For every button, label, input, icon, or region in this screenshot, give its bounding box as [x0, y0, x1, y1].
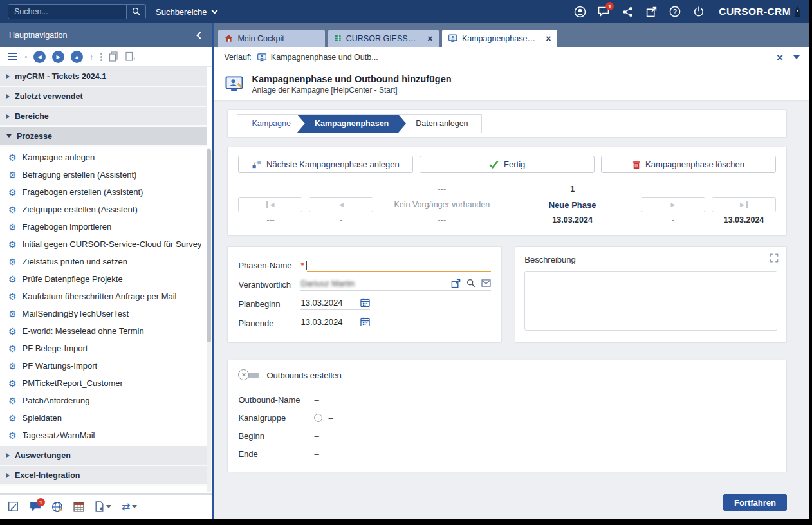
- scrollbar-thumb[interactable]: [207, 149, 211, 342]
- nav-back-button[interactable]: ◀: [33, 51, 46, 63]
- wizard-step-daten-anlegen[interactable]: Daten anlegen: [398, 115, 481, 133]
- step-label: Daten anlegen: [416, 119, 468, 128]
- previous-phase-button[interactable]: ◀: [309, 197, 373, 212]
- delete-phase-button[interactable]: Kampagnenphase löschen: [601, 156, 776, 173]
- chevron-down-icon[interactable]: [132, 505, 137, 508]
- sync-button[interactable]: ⇄: [122, 502, 137, 512]
- edit-note-icon: [8, 501, 19, 513]
- nav-forward-button[interactable]: ▶: [52, 51, 64, 63]
- chevron-down-icon[interactable]: [106, 505, 111, 508]
- nav-up-button[interactable]: ▲: [71, 51, 83, 63]
- radio-icon[interactable]: [314, 414, 322, 422]
- process-item[interactable]: ⚙ Zielgruppe erstellen (Assistent): [0, 201, 207, 218]
- sidebar-section-auswertungen[interactable]: Auswertungen: [0, 446, 207, 466]
- gear-icon: ⚙: [8, 188, 17, 197]
- logout-button[interactable]: [692, 5, 705, 18]
- last-phase-button[interactable]: ▶: [712, 197, 776, 212]
- process-item[interactable]: ⚙ Fragebogen importieren: [0, 218, 207, 235]
- process-item[interactable]: ⚙ E-world: Messelead ohne Termin: [0, 322, 207, 340]
- tab-close-icon[interactable]: ×: [423, 34, 432, 43]
- gear-icon: ⚙: [8, 153, 17, 162]
- close-icon[interactable]: ×: [777, 52, 783, 63]
- process-item-label: PMTicketReport_Customer: [23, 378, 123, 388]
- document-settings-button[interactable]: [95, 501, 111, 512]
- process-item[interactable]: ⚙ MailSendingByTechUserTest: [0, 305, 207, 322]
- process-item[interactable]: ⚙ Kaufdatum überschritten Anfrage per Ma…: [0, 288, 207, 305]
- sidebar-section-mycrm[interactable]: myCRM - Tickets 2024.1: [0, 67, 207, 87]
- open-record-icon[interactable]: [451, 279, 461, 288]
- process-item[interactable]: ⚙ Kampagne anlegen: [0, 149, 207, 166]
- tab-mein-cockpit[interactable]: Mein Cockpit: [218, 30, 325, 47]
- chevron-down-icon[interactable]: [793, 55, 800, 59]
- section-label: Bereiche: [15, 112, 49, 121]
- notifications-button[interactable]: 1: [597, 5, 610, 18]
- help-button[interactable]: ?: [669, 5, 681, 18]
- sidebar-section-bereiche[interactable]: Bereiche: [0, 107, 207, 127]
- finish-button[interactable]: Fertig: [420, 156, 595, 173]
- create-next-phase-button[interactable]: Nächste Kampagnenphase anlegen: [238, 156, 413, 173]
- calendar-picker-icon[interactable]: [360, 298, 370, 307]
- web-button[interactable]: [51, 501, 63, 513]
- wizard-step-kampagnenphasen[interactable]: Kampagnenphasen: [297, 115, 406, 133]
- outbounds-toggle[interactable]: ×: [238, 369, 260, 381]
- step-label: Kampagnenphasen: [315, 119, 389, 128]
- process-item[interactable]: ⚙ Befragung erstellen (Assistent): [0, 166, 207, 183]
- tab-cursor-giessen[interactable]: CURSOR GIESSEN, Gi... ×: [328, 30, 439, 47]
- messages-button[interactable]: 1: [30, 501, 41, 512]
- tab-close-icon[interactable]: ×: [542, 34, 551, 43]
- description-textarea[interactable]: [524, 271, 777, 331]
- next-phase-button[interactable]: ▶: [641, 197, 705, 212]
- process-item[interactable]: ⚙ PMTicketReport_Customer: [0, 374, 207, 392]
- process-item[interactable]: ⚙ Initial gegen CURSOR-Service-Cloud für…: [0, 235, 207, 253]
- mail-icon[interactable]: [481, 279, 491, 287]
- search-areas-button[interactable]: Suchbereiche: [156, 7, 217, 17]
- process-item-label: Kampagne anlegen: [23, 152, 95, 162]
- more-options-icon[interactable]: [100, 53, 102, 55]
- wizard-step-kampagne[interactable]: Kampagne: [237, 115, 304, 133]
- open-window-button[interactable]: [645, 5, 658, 18]
- share-button[interactable]: [621, 5, 634, 18]
- new-page-icon[interactable]: +: [125, 51, 135, 62]
- copy-page-icon[interactable]: [109, 51, 118, 62]
- description-panel: Beschreibung: [515, 246, 787, 343]
- lookup-icon[interactable]: [466, 279, 475, 288]
- search-button[interactable]: [126, 5, 145, 19]
- search-input[interactable]: [8, 5, 126, 19]
- outbound-toggle-label: Outbounds erstellen: [266, 371, 341, 380]
- process-item[interactable]: ⚙ Prüfe Datenpflege Projekte: [0, 270, 207, 288]
- gear-icon: ⚙: [8, 309, 17, 318]
- collapse-sidebar-icon[interactable]: [197, 32, 204, 39]
- process-item[interactable]: ⚙ Zielstatus prüfen und setzen: [0, 253, 207, 270]
- sidebar-section-excel-integration[interactable]: Excel-Integration: [0, 466, 207, 486]
- process-item[interactable]: ⚙ TagessatzWarnMail: [0, 427, 207, 444]
- menu-icon[interactable]: [8, 56, 17, 57]
- phase-name-input[interactable]: [307, 259, 492, 272]
- process-item[interactable]: ⚙ PF Belege-Import: [0, 340, 207, 357]
- sidebar-section-prozesse[interactable]: Prozesse: [0, 127, 207, 147]
- brand: CURSOR-CRM: [719, 6, 802, 17]
- process-item-label: Fragebogen erstellen (Assistent): [23, 187, 143, 197]
- tab-kampagnenphase[interactable]: Kampagnenphase u... ×: [442, 30, 557, 47]
- campaign-phase-icon: [257, 53, 266, 62]
- calendar-button[interactable]: [73, 501, 84, 512]
- process-item-label: E-world: Messelead ohne Termin: [23, 326, 144, 336]
- account-button[interactable]: [573, 5, 586, 18]
- process-item-label: Befragung erstellen (Assistent): [23, 170, 137, 180]
- process-item[interactable]: ⚙ Fragebogen erstellen (Assistent): [0, 183, 207, 201]
- description-label: Beschreibung: [524, 255, 576, 264]
- separator-dot: [25, 56, 27, 58]
- first-phase-button[interactable]: ◀: [238, 197, 302, 212]
- process-item[interactable]: ⚙ Spieldaten: [0, 409, 207, 427]
- history-item[interactable]: Kampagnenphase und Outb...: [257, 53, 378, 62]
- responsible-field: Dariusz Martin: [300, 279, 491, 291]
- edit-note-button[interactable]: [8, 501, 19, 513]
- sidebar-section-zuletzt-verwendet[interactable]: Zuletzt verwendet: [0, 87, 207, 107]
- plan-begin-value[interactable]: 13.03.2024: [300, 298, 342, 308]
- process-item[interactable]: ⚙ PatchAnforderung: [0, 392, 207, 409]
- plan-end-value[interactable]: 13.03.2024: [300, 317, 342, 327]
- calendar-picker-icon[interactable]: [360, 317, 370, 326]
- continue-button[interactable]: Fortfahren: [723, 494, 787, 511]
- expand-icon[interactable]: [770, 253, 779, 262]
- process-item[interactable]: ⚙ PF Wartungs-Import: [0, 357, 207, 374]
- upload-icon[interactable]: ↑: [89, 52, 94, 62]
